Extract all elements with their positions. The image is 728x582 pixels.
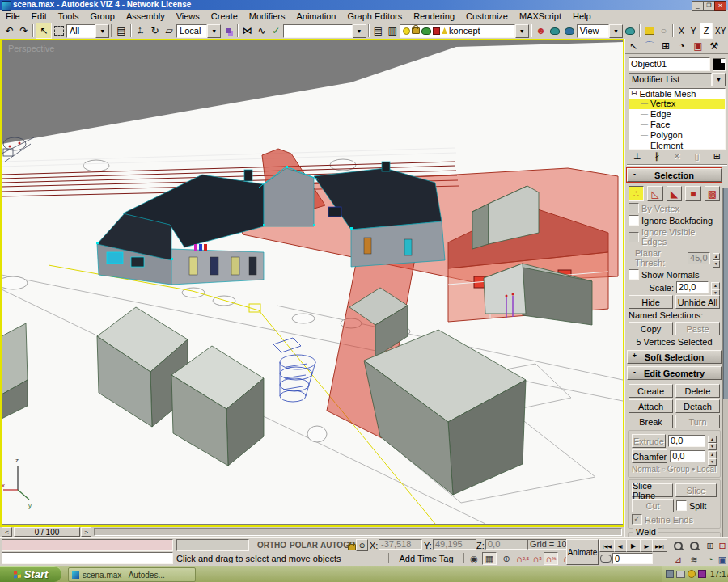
use-pivot-center-icon[interactable] (221, 23, 235, 38)
dropdown-arrow-icon[interactable]: ▼ (95, 24, 109, 38)
expand-icon[interactable]: + (631, 352, 638, 360)
track-view-icon[interactable]: ▤ (371, 23, 386, 38)
zoom-all-icon[interactable] (686, 539, 702, 552)
add-time-tag-button[interactable]: Add Time Tag (388, 553, 464, 563)
render-type-icon[interactable] (562, 23, 577, 38)
stack-item-edge[interactable]: — Edge (629, 109, 725, 120)
spin-up-icon[interactable]: ▲ (708, 451, 717, 458)
detach-button[interactable]: Detach (675, 399, 720, 413)
render-last-icon[interactable] (623, 23, 637, 38)
chamfer-field[interactable]: 0,0 (670, 450, 705, 462)
tray-icon-1[interactable] (666, 570, 674, 578)
two-people-icon[interactable]: ☻ (534, 23, 548, 38)
dropdown-arrow-icon[interactable]: ▼ (353, 24, 366, 38)
spin-up-icon[interactable]: ▲ (711, 282, 720, 289)
undo-icon[interactable]: ↶ (2, 23, 17, 38)
menu-assembly[interactable]: Assembly (121, 11, 171, 22)
menu-modifiers[interactable]: Modifiers (243, 11, 291, 22)
menu-customize[interactable]: Customize (460, 11, 514, 22)
menu-file[interactable]: File (0, 11, 26, 22)
reference-coordinate-dropdown[interactable]: Local ▼ (176, 24, 221, 38)
menu-views[interactable]: Views (171, 11, 205, 22)
menu-tools[interactable]: Tools (53, 11, 85, 22)
dropdown-arrow-icon[interactable]: ▼ (609, 24, 623, 38)
break-button[interactable]: Break (629, 415, 673, 428)
key-mode-icon[interactable] (600, 555, 612, 563)
tray-icon-3[interactable] (698, 570, 706, 578)
go-to-start-button[interactable]: |◀◀ (599, 539, 615, 552)
dropdown-arrow-icon[interactable]: ▼ (712, 73, 726, 86)
scale-field[interactable]: 20,0 (676, 281, 709, 293)
pan-icon[interactable]: ≋ (686, 553, 702, 566)
align-check-icon[interactable]: ✓ (269, 23, 283, 38)
transform-type-in-icon[interactable]: ⊕ (356, 539, 368, 551)
curve-editor-icon[interactable]: ∿ (255, 23, 269, 38)
isolate-mode-icon[interactable]: ◉ (466, 552, 482, 565)
grid-snap-toggle-icon[interactable]: ▦ (482, 552, 497, 565)
chamfer-spinner[interactable]: ▲ ▼ (708, 451, 717, 462)
stack-item-polygon[interactable]: — Polygon (629, 130, 725, 141)
field-of-view-icon[interactable]: ⊿ (670, 553, 686, 566)
menu-group[interactable]: Group (84, 11, 121, 22)
scene-canvas[interactable]: x z y (2, 40, 623, 525)
previous-frame-button[interactable]: ◀| (614, 539, 627, 552)
menu-edit[interactable]: Edit (26, 11, 53, 22)
min-max-toggle-icon[interactable]: ▣ (714, 553, 728, 566)
copy-button[interactable]: Copy (629, 322, 673, 335)
mirror-icon[interactable]: ⋈ (240, 23, 255, 38)
listener-field[interactable] (2, 552, 173, 564)
menu-create[interactable]: Create (205, 11, 243, 22)
selection-lock-icon[interactable] (348, 544, 356, 550)
taskbar-task-button[interactable]: scena.max - Autodes... (68, 567, 196, 582)
unhide-all-button[interactable]: Unhide All (675, 295, 720, 309)
tab-display-icon[interactable]: ▣ (690, 39, 706, 53)
layer-dropdown[interactable]: koncept ▼ (400, 24, 529, 38)
layer-manager-icon[interactable]: ▥ (385, 23, 400, 38)
dropdown-arrow-icon[interactable]: ▼ (515, 24, 529, 38)
menu-rendering[interactable]: Rendering (408, 11, 460, 22)
start-button[interactable]: Start (0, 566, 61, 582)
stack-item-vertex[interactable]: — Vertex (629, 99, 725, 109)
spin-down-icon[interactable]: ▼ (708, 443, 717, 450)
extrude-spinner[interactable]: ▲ ▼ (708, 436, 717, 446)
spin-up-icon[interactable]: ▲ (708, 436, 717, 443)
edit-geometry-rollout-header[interactable]: - Edit Geometry (627, 366, 722, 380)
soft-selection-rollout-header[interactable]: + Soft Selection (627, 350, 722, 364)
stack-item-face[interactable]: — Face (629, 120, 725, 130)
configure-stack-icon[interactable]: ⊞ (713, 151, 721, 162)
time-next-button[interactable]: > (81, 527, 91, 537)
panel-scrollbar-thumb[interactable] (723, 188, 728, 399)
selection-rollout-header[interactable]: - Selection (627, 168, 722, 182)
next-frame-button[interactable]: |▶ (640, 539, 653, 552)
object-color-swatch[interactable] (713, 58, 726, 71)
coord-y-field[interactable]: 49,195 (433, 539, 476, 550)
coord-z-field[interactable]: 0,0 (485, 539, 527, 550)
menu-help[interactable]: Help (567, 11, 597, 22)
menu-animation[interactable]: Animation (290, 11, 341, 22)
axis-z-button[interactable]: Z (700, 23, 713, 39)
pin-stack-icon[interactable]: ⊥ (633, 151, 641, 162)
macro-recorder-field[interactable] (2, 539, 173, 551)
zoom-icon[interactable] (670, 539, 686, 552)
select-by-name-icon[interactable]: ▤ (114, 23, 129, 38)
collapse-icon[interactable]: - (631, 369, 638, 376)
scale-spinner[interactable]: ▲ ▼ (711, 282, 720, 293)
tab-utilities-icon[interactable]: ⚒ (706, 39, 722, 53)
create-button[interactable]: Create (629, 384, 673, 398)
collapse-icon[interactable]: - (631, 171, 638, 178)
subobject-vertex-icon[interactable]: ∴ (629, 186, 644, 201)
zoom-extents-all-icon[interactable]: ⊡ (714, 539, 728, 552)
render-preset-icon[interactable] (642, 23, 657, 38)
play-button[interactable]: ▶ (626, 539, 641, 552)
axis-xy-button[interactable]: XY (713, 23, 728, 38)
tab-modify-icon[interactable]: ⌒ (641, 39, 658, 53)
perspective-viewport[interactable]: x z y Perspective (0, 39, 624, 527)
slice-plane-button[interactable]: Slice Plane (632, 483, 673, 497)
animate-button[interactable]: Animate (566, 539, 599, 565)
coord-x-field[interactable]: -37,518 (379, 539, 422, 550)
tab-hierarchy-icon[interactable]: ⊞ (658, 39, 674, 53)
render-scene-icon[interactable] (548, 23, 562, 38)
tray-icon-2[interactable] (688, 570, 696, 578)
taskbar-clock[interactable]: 17:17 (710, 570, 728, 579)
named-selection-dropdown[interactable]: ▼ (283, 24, 366, 38)
